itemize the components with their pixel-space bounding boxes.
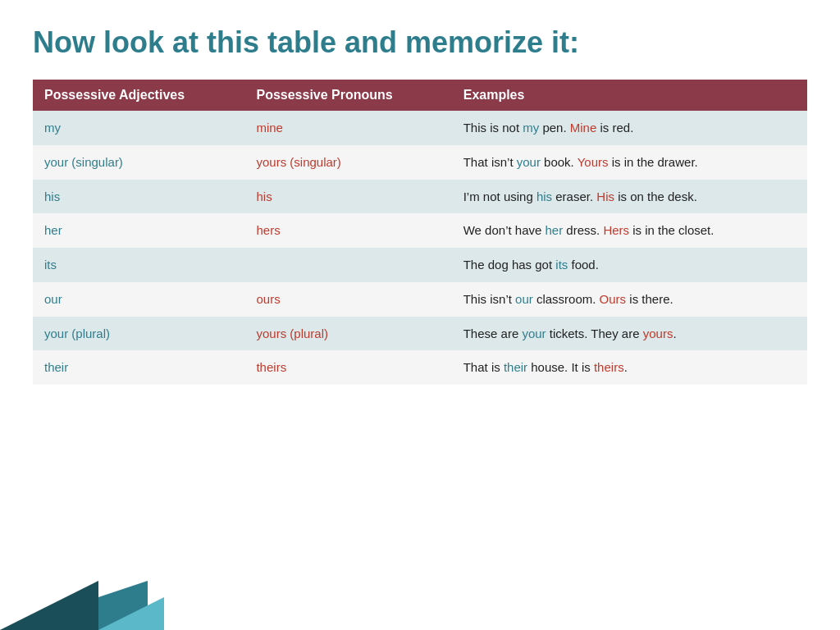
cell-adjective: their: [33, 350, 244, 385]
grammar-table: Possessive Adjectives Possessive Pronoun…: [33, 80, 807, 385]
highlight-red: His: [596, 189, 614, 203]
cell-example: This is not my pen. Mine is red.: [452, 111, 807, 145]
col-header-pronouns: Possessive Pronouns: [244, 80, 451, 111]
cell-adjective: his: [33, 180, 244, 214]
highlight-red: Mine: [570, 121, 597, 135]
table-row: theirtheirsThat is their house. It is th…: [33, 350, 807, 385]
cell-pronoun: hers: [244, 213, 451, 248]
triangle-teal2: [98, 597, 164, 630]
highlight-red: Yours: [578, 155, 609, 169]
table-header-row: Possessive Adjectives Possessive Pronoun…: [33, 80, 807, 111]
cell-example: I’m not using his eraser. His is on the …: [452, 180, 807, 214]
cell-pronoun: his: [244, 180, 451, 214]
table-row: ouroursThis isn’t our classroom. Ours is…: [33, 282, 807, 317]
cell-pronoun: mine: [244, 111, 451, 145]
cell-pronoun: ours: [244, 282, 451, 317]
cell-adjective: your (singular): [33, 145, 244, 180]
highlight-blue: my: [523, 121, 539, 135]
highlight-red: Ours: [600, 292, 627, 306]
highlight-blue: our: [515, 292, 533, 306]
highlight-red: Hers: [603, 223, 629, 237]
highlight-red: yours: [643, 326, 673, 340]
table-row: your (singular)yours (singular)That isn’…: [33, 145, 807, 180]
cell-adjective: her: [33, 213, 244, 248]
cell-adjective: my: [33, 111, 244, 145]
page-title: Now look at this table and memorize it:: [33, 25, 807, 60]
highlight-blue: their: [504, 360, 527, 374]
cell-pronoun: yours (singular): [244, 145, 451, 180]
table-row: your (plural)yours (plural)These are you…: [33, 317, 807, 351]
highlight-blue: her: [546, 223, 564, 237]
cell-adjective: your (plural): [33, 317, 244, 351]
table-row: herhersWe don’t have her dress. Hers is …: [33, 213, 807, 248]
table-row: itsThe dog has got its food.: [33, 248, 807, 282]
cell-adjective: its: [33, 248, 244, 282]
table-wrapper: Possessive Adjectives Possessive Pronoun…: [33, 80, 807, 385]
cell-pronoun: yours (plural): [244, 317, 451, 351]
cell-example: That is their house. It is theirs.: [452, 350, 807, 385]
triangle-dark: [0, 581, 98, 630]
table-row: hishisI’m not using his eraser. His is o…: [33, 180, 807, 214]
cell-example: The dog has got its food.: [452, 248, 807, 282]
cell-adjective: our: [33, 282, 244, 317]
bottom-decoration: [0, 581, 840, 630]
cell-example: These are your tickets. They are yours.: [452, 317, 807, 351]
cell-example: That isn’t your book. Yours is in the dr…: [452, 145, 807, 180]
col-header-adjectives: Possessive Adjectives: [33, 80, 244, 111]
cell-pronoun: theirs: [244, 350, 451, 385]
page: Now look at this table and memorize it: …: [0, 0, 840, 630]
col-header-examples: Examples: [452, 80, 807, 111]
cell-example: We don’t have her dress. Hers is in the …: [452, 213, 807, 248]
cell-pronoun: [244, 248, 451, 282]
highlight-blue: your: [517, 155, 541, 169]
highlight-red: theirs: [594, 360, 624, 374]
highlight-blue: his: [536, 189, 552, 203]
highlight-blue: its: [555, 258, 568, 272]
cell-example: This isn’t our classroom. Ours is there.: [452, 282, 807, 317]
highlight-blue: your: [522, 326, 546, 340]
table-row: mymineThis is not my pen. Mine is red.: [33, 111, 807, 145]
